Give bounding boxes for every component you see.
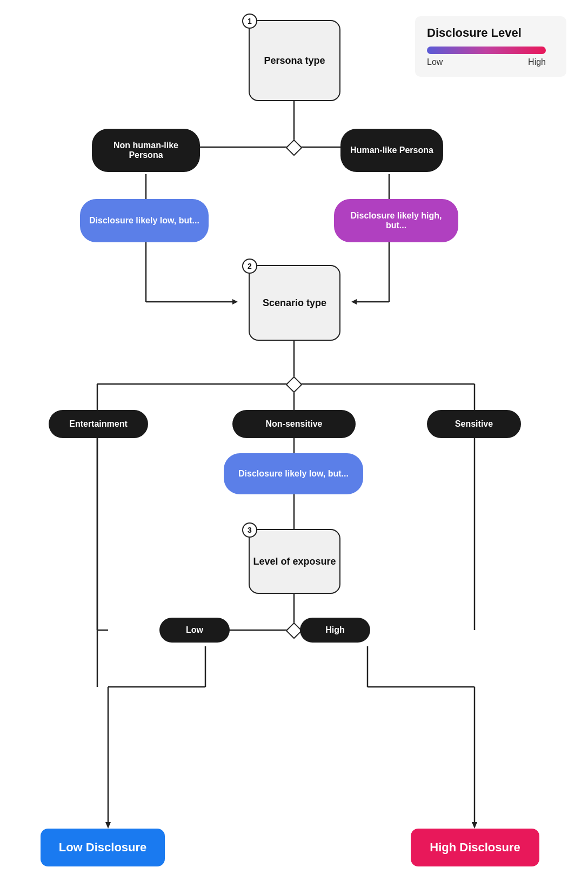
flowchart-lines xyxy=(0,0,588,887)
entertainment-label: Entertainment xyxy=(69,419,128,429)
svg-marker-37 xyxy=(472,822,477,829)
sensitive-label: Sensitive xyxy=(455,419,493,429)
disclosure-low-but-label: Disclosure likely low, but... xyxy=(89,216,199,226)
step1-badge: 1 xyxy=(248,17,252,25)
legend-title: Disclosure Level xyxy=(427,26,551,40)
disclosure-high-but-pill: Disclosure likely high, but... xyxy=(334,199,458,242)
low-disclosure-label: Low Disclosure xyxy=(59,840,147,855)
non-human-pill: Non human-like Persona xyxy=(92,129,200,172)
non-sensitive-pill: Non-sensitive xyxy=(232,410,356,438)
persona-type-box: 1 Persona type xyxy=(249,20,340,101)
entertainment-pill: Entertainment xyxy=(49,410,148,438)
high-disclosure-node: High Disclosure xyxy=(411,829,539,866)
disclosure-low-but-pill: Disclosure likely low, but... xyxy=(80,199,209,242)
non-human-label: Non human-like Persona xyxy=(97,141,195,160)
low-label: Low xyxy=(186,625,203,635)
legend-box: Disclosure Level Low High xyxy=(415,16,566,77)
legend-low-label: Low xyxy=(427,57,443,67)
human-like-label: Human-like Persona xyxy=(350,145,433,155)
human-like-pill: Human-like Persona xyxy=(340,129,443,172)
non-sensitive-label: Non-sensitive xyxy=(266,419,323,429)
disclosure-likely-low-pill: Disclosure likely low, but... xyxy=(224,453,363,494)
high-pill: High xyxy=(300,618,370,643)
step3-badge: 3 xyxy=(248,526,252,534)
step2-badge: 2 xyxy=(248,262,252,270)
scenario-type-label: Scenario type xyxy=(263,297,326,308)
svg-marker-32 xyxy=(105,822,111,829)
level-exposure-box: 3 Level of exposure xyxy=(249,529,340,594)
low-pill: Low xyxy=(159,618,230,643)
high-label: High xyxy=(325,625,345,635)
legend-labels: Low High xyxy=(427,57,546,67)
svg-marker-13 xyxy=(351,299,357,305)
scenario-type-box: 2 Scenario type xyxy=(249,265,340,341)
high-disclosure-label: High Disclosure xyxy=(430,840,520,855)
diamond-1 xyxy=(285,139,302,156)
level-exposure-label: Level of exposure xyxy=(253,556,336,567)
disclosure-high-but-label: Disclosure likely high, but... xyxy=(339,211,453,230)
svg-marker-10 xyxy=(232,299,238,305)
low-disclosure-node: Low Disclosure xyxy=(41,829,165,866)
sensitive-pill: Sensitive xyxy=(427,410,521,438)
legend-gradient xyxy=(427,47,546,54)
legend-high-label: High xyxy=(528,57,546,67)
diagram-container: Disclosure Level Low High xyxy=(0,0,588,887)
persona-type-label: Persona type xyxy=(264,55,325,66)
diamond-2 xyxy=(285,376,302,393)
disclosure-likely-low-label: Disclosure likely low, but... xyxy=(238,469,349,479)
